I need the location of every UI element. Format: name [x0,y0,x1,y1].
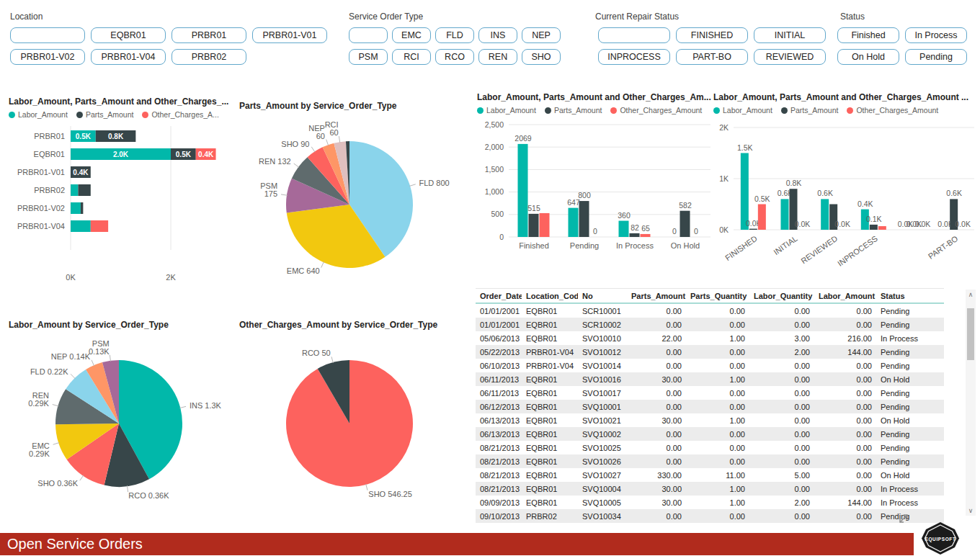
legend-item[interactable]: Parts_Amount [781,106,839,115]
slicer-button-RCO[interactable]: RCO [435,49,474,65]
bar[interactable] [540,213,550,237]
chart-canvas: SHO 546.25RCO 50 [238,333,468,529]
table-cell: SVO10025 [578,441,627,454]
slicer-button-PART-BO[interactable]: PART-BO [676,49,748,65]
column-header[interactable]: Location_Code [522,289,578,304]
slicer-button-In Process[interactable]: In Process [905,27,967,43]
slicer-button-FINISHED[interactable]: FINISHED [676,27,748,43]
chart-text: 0.6K [946,189,962,197]
table-cell: 0.00 [814,413,876,427]
slicer-button-PRBR01-V04[interactable]: PRBR01-V04 [91,49,166,65]
bar[interactable] [529,214,539,237]
table-row: 06/11/2013EQBR01SVO1001630.001.000.000.0… [476,372,944,386]
bar-segment[interactable] [71,184,78,196]
bar[interactable] [619,221,629,237]
slicer-button-PRBR01-V02[interactable]: PRBR01-V02 [10,49,85,65]
slicer-button-RCI[interactable]: RCI [392,49,431,65]
column-header[interactable]: Labor_Quantity [749,289,814,304]
table-cell: 0.00 [749,372,814,386]
table-cell: 0.00 [686,427,749,441]
table-cell: 05/22/2013 [476,345,522,359]
legend-item[interactable]: Labor_Amount [477,106,536,115]
location-stacked-bar-chart: Labor_Amount, Parts_Amount and Other_Cha… [7,97,232,313]
scrollbar-thumb[interactable] [967,308,974,360]
table-row: 06/13/2013EQBR01SVQ100020.000.000.000.00… [476,427,944,441]
column-header[interactable]: Parts_Amount [627,289,686,304]
column-header[interactable]: Order_Date [476,289,522,304]
slicer-button-PSM[interactable]: PSM [349,49,388,65]
slicer-button-PRBR02[interactable]: PRBR02 [172,49,246,65]
slicer-button-Pending[interactable]: Pending [905,49,967,65]
bar[interactable] [518,144,528,237]
slicer-button-REN[interactable]: REN [478,49,517,65]
slicer-button-PRBR01-V01[interactable]: PRBR01-V01 [252,27,327,43]
chart-legend: Labor_AmountParts_AmountOther_Charges_Am… [477,106,713,115]
bar[interactable] [878,226,886,230]
bar[interactable] [680,211,690,237]
slicer-button-INPROCESS[interactable]: INPROCESS [598,49,670,65]
slicer-button-REVIEWED[interactable]: REVIEWED [754,49,826,65]
legend-item[interactable]: Other_Charges_Amount [610,106,702,115]
chart-text: INS 1.3K [190,401,222,410]
table-cell: Pending [876,345,944,359]
table-scrollbar[interactable]: ∧ ∨ [966,290,976,516]
slicer-button-On Hold[interactable]: On Hold [837,49,899,65]
column-header[interactable]: Labor_Amount [814,289,876,304]
bar[interactable] [870,225,878,230]
column-header[interactable]: Status [876,289,944,304]
slicer-button-FLD[interactable]: FLD [435,27,474,43]
scroll-down-icon[interactable]: ∨ [966,506,976,516]
table-row: 08/21/2013EQBR01SVO100260.000.000.000.00… [476,454,944,468]
chart-text: 0.5K [76,133,92,140]
table-cell: Pending [876,427,944,441]
bar[interactable] [749,229,757,230]
table-cell: SCR10001 [578,303,627,318]
bar[interactable] [758,205,766,230]
chart-line [179,406,186,408]
slicer-button-EQBR01[interactable]: EQBR01 [91,27,166,43]
table-cell: 0.00 [749,441,814,454]
bar[interactable] [569,208,579,237]
slicer-button-blank[interactable] [10,27,85,43]
column-header[interactable]: Parts_Quantity [686,289,749,304]
slicer-button-NEP[interactable]: NEP [522,27,561,43]
legend-item[interactable]: Labor_Amount [9,110,68,119]
legend-item[interactable]: Parts_Amount [545,106,602,115]
scroll-up-icon[interactable]: ∧ [966,290,976,300]
bar[interactable] [641,234,651,237]
legend-label: Labor_Amount [723,106,772,115]
slicer-button-blank[interactable] [349,27,388,43]
slicer-button-blank[interactable] [598,27,670,43]
chart-text: FLD 800 [419,179,450,187]
slicer-button-Finished[interactable]: Finished [837,27,899,43]
bar[interactable] [781,199,789,230]
bar-segment[interactable] [91,220,108,232]
bar-segment[interactable] [71,202,81,214]
table-cell: 01/01/2001 [476,318,522,331]
slicer-button-EMC[interactable]: EMC [392,27,431,43]
chart-line [294,163,299,167]
slicer-button-SHO[interactable]: SHO [522,49,561,65]
bar-segment[interactable] [78,184,90,196]
legend-item[interactable]: Other_Charges_A... [142,110,218,119]
slicer-button-INS[interactable]: INS [478,27,517,43]
bar[interactable] [579,201,589,237]
table-cell: 0.00 [627,454,686,468]
chart-text: INPROCESS [836,234,879,268]
bar[interactable] [630,233,640,237]
table-cell: EQBR01 [522,413,578,427]
chart-text: EMC 640 [287,266,320,275]
legend-item[interactable]: Parts_Amount [76,110,134,119]
legend-dot-icon [545,107,551,114]
bar[interactable] [821,199,829,230]
legend-item[interactable]: Other_Charges_Amount [847,106,938,115]
chart-text: REVIEWED [799,234,839,266]
chart-text: Pending [570,241,599,250]
table-cell: 30.00 [627,482,686,496]
slicer-button-PRBR01[interactable]: PRBR01 [172,27,246,43]
column-header[interactable]: No [578,289,627,304]
legend-item[interactable]: Labor_Amount [713,106,772,115]
bar-segment[interactable] [71,220,91,232]
bar-segment[interactable] [81,202,83,214]
slicer-button-INITIAL[interactable]: INITIAL [754,27,826,43]
